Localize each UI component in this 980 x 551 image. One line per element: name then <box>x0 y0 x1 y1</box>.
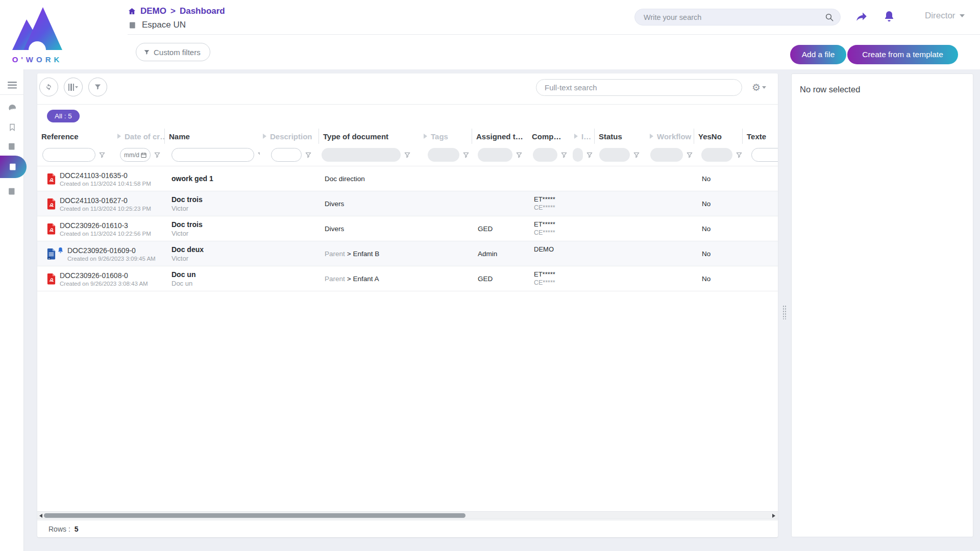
table-row[interactable]: wDOC230926-01609-0Created on 9/26/2023 3… <box>37 241 778 266</box>
document-subtitle: Victor <box>172 230 260 237</box>
column-header-yesno[interactable]: YesNo <box>694 129 742 144</box>
left-sidebar <box>0 69 24 551</box>
fulltext-search-input[interactable] <box>536 83 742 92</box>
notifications-bell-icon[interactable] <box>881 8 897 24</box>
document-created-date: Created on 11/3/2024 10:25:23 PM <box>60 206 151 212</box>
filter-cell <box>694 144 742 166</box>
speedometer-icon <box>7 103 17 112</box>
refresh-button[interactable] <box>39 78 58 96</box>
column-filter-icon[interactable] <box>736 152 742 158</box>
scrollbar-thumb[interactable] <box>44 513 465 518</box>
horizontal-scrollbar[interactable] <box>37 511 778 519</box>
sidebar-active-indicator <box>0 156 27 178</box>
custom-filters-button[interactable]: Custom filters <box>136 43 210 61</box>
column-filter-disabled <box>701 148 732 162</box>
table-row[interactable]: DOC230926-01608-0Created on 9/26/2023 3:… <box>37 266 778 291</box>
yesno-cell: No <box>694 191 742 216</box>
type-cell: Parent> Enfant B <box>318 241 421 266</box>
sort-arrow-icon <box>650 134 653 139</box>
breadcrumb-item-dashboard[interactable]: Dashboard <box>180 6 225 16</box>
scroll-left-arrow-icon[interactable] <box>39 514 42 518</box>
assigned-cell: Admin <box>472 241 528 266</box>
chevron-down-icon <box>960 14 965 17</box>
panel-resize-handle[interactable] <box>782 305 787 319</box>
column-filter-icon[interactable] <box>404 152 410 158</box>
column-filter-input[interactable] <box>271 148 302 162</box>
breadcrumb-item-demo[interactable]: DEMO <box>140 6 166 16</box>
app-logo[interactable]: O'WORK <box>8 3 65 65</box>
column-filter-icon[interactable] <box>687 152 693 158</box>
column-header-workflow[interactable]: Workflow <box>647 129 694 144</box>
column-header-label: Name <box>169 132 190 141</box>
texte-cell <box>742 216 778 241</box>
column-filter-input[interactable] <box>172 148 254 162</box>
space-label: Espace UN <box>142 20 186 30</box>
menu-toggle-icon[interactable] <box>0 76 24 94</box>
sidebar-item-library[interactable] <box>0 137 24 156</box>
sidebar-item-bookmarks[interactable] <box>0 118 24 136</box>
column-filter-input[interactable] <box>751 148 778 162</box>
i-cell <box>571 266 594 291</box>
column-filter-icon[interactable] <box>305 152 311 158</box>
company-main: ET***** <box>534 220 571 228</box>
table-settings-button[interactable]: ⚙ <box>749 80 769 94</box>
column-filter-icon[interactable] <box>516 152 522 158</box>
document-type: > Enfant B <box>347 250 379 258</box>
add-file-button[interactable]: Add a file <box>790 45 846 64</box>
column-filter-icon[interactable] <box>154 152 160 158</box>
column-header-label: Workflow <box>657 132 691 141</box>
table-body: DOC241103-01635-0Created on 11/3/2024 10… <box>37 166 778 291</box>
global-search-input[interactable] <box>635 13 825 21</box>
home-icon[interactable] <box>128 7 136 15</box>
user-role-menu[interactable]: Director <box>925 11 965 21</box>
filter-cell <box>594 144 647 166</box>
tags-cell <box>421 191 472 216</box>
yesno-value: No <box>702 275 710 283</box>
date-filter-input[interactable]: mm/d <box>120 148 151 162</box>
date-placeholder: mm/d <box>124 152 139 159</box>
share-button[interactable] <box>853 8 870 24</box>
sidebar-item-dashboard[interactable] <box>0 98 24 117</box>
column-filter-icon[interactable] <box>633 152 640 158</box>
column-header-description[interactable]: Description <box>260 129 318 144</box>
column-header-i[interactable]: I… <box>571 129 594 144</box>
columns-button[interactable] <box>64 78 83 96</box>
search-icon[interactable] <box>825 13 834 22</box>
calendar-icon[interactable] <box>141 152 146 158</box>
column-header-label: Comp… <box>532 132 561 141</box>
column-header-type-of-document[interactable]: Type of document <box>318 129 421 144</box>
column-filter-icon[interactable] <box>99 152 105 158</box>
column-header-texte[interactable]: Texte <box>742 129 778 144</box>
column-filter-icon[interactable] <box>561 152 567 158</box>
column-header-name[interactable]: Name <box>164 129 260 144</box>
document-created-date: Created on 9/26/2023 3:08:43 AM <box>60 281 148 287</box>
table-row[interactable]: DOC241103-01635-0Created on 11/3/2024 10… <box>37 166 778 191</box>
assigned-cell <box>472 166 528 191</box>
column-header-assigned-t[interactable]: Assigned t… <box>472 129 528 144</box>
description-cell <box>260 241 318 266</box>
column-header-reference[interactable]: Reference <box>37 129 114 144</box>
book-icon <box>8 142 16 151</box>
column-header-comp[interactable]: Comp… <box>528 129 571 144</box>
sidebar-item-archive[interactable] <box>0 182 24 201</box>
name-cell: Doc deuxVictor <box>164 241 260 266</box>
filter-icon <box>143 49 150 56</box>
bookmark-icon <box>8 122 16 132</box>
scroll-right-arrow-icon[interactable] <box>772 514 775 518</box>
column-filter-icon[interactable] <box>463 152 469 158</box>
column-filter-input[interactable] <box>42 148 95 162</box>
tab-all-count[interactable]: All : 5 <box>47 110 80 122</box>
column-header-date-of-cr[interactable]: Date of cr… <box>114 129 164 144</box>
filters-button[interactable] <box>88 78 107 96</box>
notification-bell-icon <box>57 246 64 254</box>
type-cell: Doc direction <box>318 166 421 191</box>
column-header-tags[interactable]: Tags <box>421 129 472 144</box>
create-from-template-button[interactable]: Create from a template <box>847 45 958 64</box>
table-row[interactable]: DOC241103-01627-0Created on 11/3/2024 10… <box>37 191 778 216</box>
column-header-status[interactable]: Status <box>594 129 647 144</box>
status-cell <box>594 241 647 266</box>
table-row[interactable]: DOC230926-01610-3Created on 11/3/2024 10… <box>37 216 778 241</box>
sidebar-item-documents-active[interactable] <box>1 158 25 176</box>
type-cell: Divers <box>318 216 421 241</box>
column-filter-icon[interactable] <box>586 152 593 158</box>
